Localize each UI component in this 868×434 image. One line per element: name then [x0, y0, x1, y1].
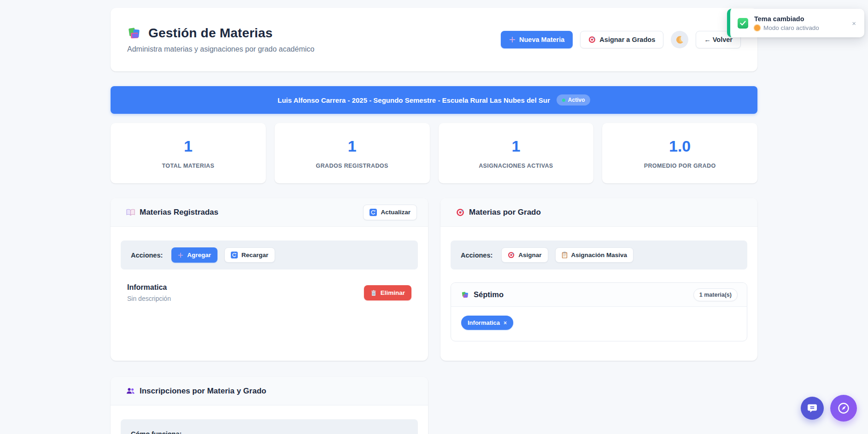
stat-value: 1.0: [669, 137, 691, 155]
stat-label: PROMEDIO POR GRADO: [644, 163, 716, 169]
registered-subjects-panel: Materias Registradas Actualizar Accio: [111, 198, 428, 361]
clipboard-icon: [562, 252, 568, 258]
bulk-assign-label: Asignación Masiva: [571, 252, 628, 258]
stat-card-asignaciones-activas: 1 ASIGNACIONES ACTIVAS: [439, 123, 594, 183]
moon-icon: [675, 35, 684, 44]
page-title: Gestión de Materias: [148, 26, 273, 41]
reload-subjects-label: Recargar: [241, 252, 269, 258]
target-icon: [456, 208, 464, 217]
add-subject-button[interactable]: Agregar: [171, 247, 217, 263]
assign-label: Asignar: [518, 252, 541, 258]
subjects-by-grade-title: Materias por Grado: [456, 208, 541, 217]
toast-close-button[interactable]: ×: [850, 18, 858, 28]
toast-message: Modo claro activado: [754, 24, 844, 31]
trash-icon: [370, 290, 377, 296]
subject-description: Sin descripción: [127, 295, 171, 302]
registered-subjects-title: Materias Registradas: [126, 208, 218, 217]
chat-fab-button[interactable]: [801, 397, 824, 420]
add-subject-label: Agregar: [187, 252, 211, 258]
stat-label: ASIGNACIONES ACTIVAS: [479, 163, 553, 169]
refresh-icon: [231, 252, 238, 258]
enrollments-title-label: Inscripciones por Materia y Grado: [140, 387, 266, 396]
panels-row: Materias Registradas Actualizar Accio: [111, 198, 757, 361]
page-container: Gestión de Materias Administra materias …: [111, 0, 757, 434]
registered-subjects-title-label: Materias Registradas: [140, 208, 218, 217]
subjects-actions-box: Acciones: Agregar: [121, 240, 418, 270]
enrollments-body: Cómo funciona:: [111, 405, 428, 434]
new-subject-button[interactable]: Nueva Materia: [501, 31, 573, 48]
active-dot-icon: [562, 99, 565, 102]
grade-actions-box: Acciones: Asignar: [451, 240, 747, 270]
check-icon: [738, 18, 748, 29]
how-it-works-label: Cómo funciona:: [131, 430, 408, 434]
stat-card-total-materias: 1 TOTAL MATERIAS: [111, 123, 266, 183]
header-left: Gestión de Materias Administra materias …: [127, 26, 314, 53]
toast-notification: Tema cambiado Modo claro activado ×: [727, 9, 864, 37]
subjects-by-grade-title-label: Materias por Grado: [469, 208, 541, 217]
floating-buttons: [801, 395, 857, 422]
assign-grades-button[interactable]: Asignar a Grados: [580, 31, 663, 48]
enrollments-panel: Inscripciones por Materia y Grado Cómo f…: [111, 377, 428, 434]
subject-name: Informatica: [127, 283, 171, 292]
toast-message-label: Modo claro activado: [763, 24, 819, 31]
page-header-card: Gestión de Materias Administra materias …: [111, 8, 757, 71]
enrollments-title: Inscripciones por Materia y Grado: [126, 387, 266, 396]
target-icon: [588, 36, 596, 43]
registered-subjects-body: Acciones: Agregar: [111, 227, 428, 313]
grade-actions-label: Acciones:: [461, 252, 493, 259]
subjects-actions-label: Acciones:: [131, 252, 163, 259]
delete-subject-button[interactable]: Eliminar: [364, 285, 411, 300]
plus-icon: [509, 36, 516, 43]
subject-chip-label: Informatica: [468, 319, 500, 326]
context-banner: Luis Alfonso Carrera - 2025 - Segundo Se…: [111, 86, 757, 114]
subject-chip[interactable]: Informatica ×: [461, 316, 513, 330]
subjects-by-grade-body: Acciones: Asignar: [440, 227, 757, 352]
toast-body: Tema cambiado Modo claro activado: [754, 15, 844, 31]
assign-grades-label: Asignar a Grados: [599, 36, 655, 43]
stat-value: 1: [184, 137, 193, 155]
reload-subjects-button[interactable]: Recargar: [224, 247, 275, 263]
chip-remove-icon[interactable]: ×: [504, 320, 507, 326]
grade-name-label: Séptimo: [474, 290, 504, 299]
assign-button[interactable]: Asignar: [501, 247, 548, 263]
subjects-by-grade-panel: Materias por Grado Acciones: Asignar: [440, 198, 757, 361]
new-subject-label: Nueva Materia: [519, 36, 564, 43]
stat-value: 1: [511, 137, 520, 155]
subject-info: Informatica Sin descripción: [127, 283, 171, 302]
grade-card-header: Séptimo 1 materia(s): [451, 283, 747, 307]
page-subtitle: Administra materias y asignaciones por g…: [127, 45, 314, 53]
header-actions: Nueva Materia Asignar a Grados: [501, 31, 741, 48]
people-icon: [126, 387, 135, 394]
subject-row: Informatica Sin descripción El: [121, 270, 418, 302]
stat-value: 1: [348, 137, 357, 155]
stat-label: GRADOS REGISTRADOS: [316, 163, 388, 169]
delete-subject-label: Eliminar: [381, 289, 405, 296]
target-icon: [508, 252, 515, 258]
refresh-subjects-button[interactable]: Actualizar: [363, 205, 417, 220]
plus-icon: [178, 252, 183, 258]
subjects-by-grade-header: Materias por Grado: [440, 198, 757, 227]
refresh-icon: [369, 209, 377, 216]
how-it-works-box: Cómo funciona:: [121, 419, 418, 434]
theme-toggle-button[interactable]: [671, 31, 688, 48]
sun-icon: [754, 25, 760, 31]
chat-bubble-icon: [807, 403, 817, 413]
toast-title: Tema cambiado: [754, 15, 844, 23]
books-stack-icon: [461, 291, 469, 299]
refresh-subjects-label: Actualizar: [381, 209, 411, 216]
grade-name: Séptimo: [461, 290, 504, 299]
stat-card-grados-registrados: 1 GRADOS REGISTRADOS: [275, 123, 430, 183]
bulk-assign-button[interactable]: Asignación Masiva: [555, 247, 634, 263]
grade-card: Séptimo 1 materia(s) Informatica ×: [451, 282, 747, 341]
context-banner-text: Luis Alfonso Carrera - 2025 - Segundo Se…: [278, 96, 550, 104]
stat-label: TOTAL MATERIAS: [162, 163, 215, 169]
registered-subjects-header: Materias Registradas Actualizar: [111, 198, 428, 227]
status-badge: Activo: [557, 94, 591, 106]
back-label: ← Volver: [704, 36, 733, 43]
grade-card-body: Informatica ×: [451, 307, 747, 341]
enrollments-header: Inscripciones por Materia y Grado: [111, 377, 428, 405]
status-badge-label: Activo: [568, 97, 585, 103]
compass-fab-button[interactable]: [830, 395, 857, 422]
stat-card-promedio-por-grado: 1.0 PROMEDIO POR GRADO: [602, 123, 757, 183]
compass-icon: [837, 402, 850, 415]
